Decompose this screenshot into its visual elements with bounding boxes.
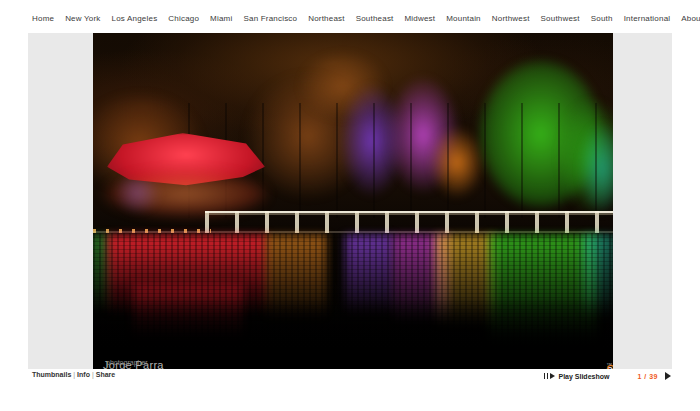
nav-link-home[interactable]: Home [32, 14, 54, 23]
play-icon[interactable] [550, 373, 555, 379]
pause-icon[interactable] [544, 373, 549, 379]
nav-link-southwest[interactable]: Southwest [541, 14, 580, 23]
share-link[interactable]: Share [96, 371, 115, 378]
nav-link-new-york[interactable]: New York [65, 14, 100, 23]
nav-link-about-contact[interactable]: About + Contact [681, 14, 700, 23]
play-slideshow-button[interactable]: Play Slideshow [558, 373, 609, 380]
nav-link-san-francisco[interactable]: San Francisco [243, 14, 297, 23]
slideshow-photo[interactable]: Jorge Parraphotographer archnetSTUDIO™ [93, 33, 613, 369]
nav-link-northwest[interactable]: Northwest [492, 14, 530, 23]
slide-counter: 1 / 39 [637, 373, 658, 380]
trademark-mark: ™ [606, 362, 612, 368]
footer-links: Thumbnails|Info|Share [32, 371, 115, 378]
nav-link-mountain[interactable]: Mountain [446, 14, 481, 23]
footer-bar: Thumbnails|Info|Share Play Slideshow 1 /… [28, 370, 672, 383]
slideshow-controls: Play Slideshow 1 / 39 [544, 370, 671, 382]
nav-link-south[interactable]: South [591, 14, 613, 23]
nav-link-international[interactable]: International [624, 14, 671, 23]
nav-link-los-angeles[interactable]: Los Angeles [112, 14, 158, 23]
water-dark-fade [93, 297, 613, 369]
white-colonnade [205, 211, 613, 233]
footer-separator: | [92, 371, 94, 378]
nav-link-miami[interactable]: Miami [210, 14, 232, 23]
next-slide-arrow-icon[interactable] [665, 372, 671, 380]
info-link[interactable]: Info [77, 371, 90, 378]
footer-separator: | [73, 371, 75, 378]
nav-link-midwest[interactable]: Midwest [405, 14, 436, 23]
photographer-role: photographer [106, 359, 148, 366]
top-navigation: Home New York Los Angeles Chicago Miami … [32, 12, 672, 24]
nav-link-northeast[interactable]: Northeast [308, 14, 344, 23]
thumbnails-link[interactable]: Thumbnails [32, 371, 71, 378]
nav-link-southeast[interactable]: Southeast [356, 14, 394, 23]
nav-link-chicago[interactable]: Chicago [168, 14, 199, 23]
